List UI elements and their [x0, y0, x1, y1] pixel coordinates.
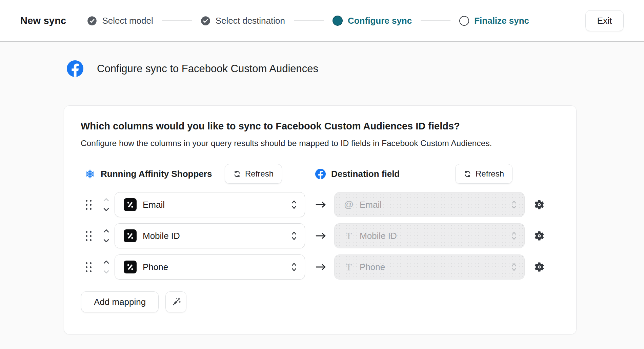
- refresh-icon: [233, 170, 241, 178]
- destination-field-value: Email: [360, 200, 382, 210]
- model-column-icon: [124, 198, 137, 211]
- reorder-arrows: [102, 229, 110, 243]
- top-bar: New sync Select model Select destination…: [0, 0, 644, 42]
- move-down-button[interactable]: [103, 239, 109, 243]
- move-up-button[interactable]: [103, 229, 109, 233]
- facebook-icon: [67, 60, 83, 77]
- source-refresh-button[interactable]: Refresh: [225, 164, 282, 184]
- step-select-model[interactable]: Select model: [87, 16, 153, 26]
- mapping-rows: Email @ Email: [81, 192, 560, 280]
- source-column-select[interactable]: Mobile ID: [115, 223, 305, 248]
- step-label: Select destination: [216, 16, 285, 26]
- mapping-card: Which columns would you like to sync to …: [64, 105, 577, 334]
- move-up-button[interactable]: [103, 260, 109, 264]
- model-column-icon: [124, 261, 137, 273]
- select-chevrons-icon: [291, 200, 297, 210]
- text-type-icon: T: [343, 262, 354, 272]
- move-down-button[interactable]: [103, 207, 109, 212]
- source-column-value: Phone: [143, 262, 168, 272]
- select-chevrons-icon: [511, 231, 517, 241]
- source-column-select[interactable]: Email: [115, 192, 305, 217]
- gear-icon: [534, 230, 545, 242]
- gear-icon: [534, 261, 545, 273]
- step-label: Select model: [102, 16, 153, 26]
- source-column-select[interactable]: Phone: [115, 254, 305, 280]
- select-chevrons-icon: [511, 200, 517, 209]
- step-label: Finalize sync: [474, 16, 529, 26]
- step-select-destination[interactable]: Select destination: [201, 16, 285, 26]
- check-circle-icon: [201, 16, 210, 26]
- select-chevrons-icon: [291, 262, 297, 272]
- destination-field-select: T Mobile ID: [334, 223, 525, 248]
- columns-header: Running Affinity Shoppers Refresh Destin…: [81, 164, 560, 184]
- magic-wand-icon: [171, 297, 181, 307]
- stepper-connector: [421, 20, 450, 21]
- exit-button[interactable]: Exit: [585, 10, 624, 31]
- model-column-icon: [124, 229, 137, 242]
- text-type-icon: T: [343, 231, 354, 241]
- source-model-name: Running Affinity Shoppers: [101, 169, 212, 179]
- auto-map-button[interactable]: [165, 291, 186, 312]
- step-configure-sync[interactable]: Configure sync: [333, 16, 412, 26]
- arrow-right-icon: [315, 263, 327, 271]
- select-chevrons-icon: [511, 262, 517, 272]
- mapping-settings-button[interactable]: [534, 199, 545, 210]
- arrow-right-icon: [315, 232, 327, 240]
- stepper-connector: [294, 20, 324, 21]
- at-icon: @: [343, 200, 354, 209]
- move-up-button: [103, 198, 109, 202]
- step-finalize-sync[interactable]: Finalize sync: [459, 16, 529, 26]
- check-circle-icon: [87, 16, 97, 26]
- facebook-icon: [315, 169, 326, 179]
- source-column-value: Mobile ID: [143, 231, 180, 241]
- select-chevrons-icon: [291, 231, 297, 241]
- empty-step-circle-icon: [459, 16, 469, 26]
- wizard-stepper: Select model Select destination Configur…: [87, 16, 529, 26]
- card-description: Configure how the columns in your query …: [81, 139, 560, 148]
- snowflake-icon: [85, 169, 95, 179]
- drag-handle-icon[interactable]: [85, 200, 92, 210]
- step-label: Configure sync: [348, 16, 412, 26]
- destination-field-label: Destination field: [331, 169, 400, 179]
- source-column-header: Running Affinity Shoppers Refresh: [85, 164, 315, 184]
- reorder-arrows: [102, 198, 110, 212]
- destination-column-header: Destination field Refresh: [315, 164, 400, 184]
- arrow-right-icon: [315, 201, 327, 209]
- mapping-row: Phone T Phone: [81, 254, 560, 280]
- refresh-label: Refresh: [245, 169, 274, 179]
- mapping-row: Mobile ID T Mobile ID: [81, 223, 560, 248]
- reorder-arrows: [102, 260, 110, 274]
- card-question: Which columns would you like to sync to …: [81, 121, 560, 132]
- page-title: New sync: [20, 15, 66, 26]
- destination-field-value: Mobile ID: [360, 231, 397, 241]
- mapping-row: Email @ Email: [81, 192, 560, 217]
- gear-icon: [534, 199, 545, 210]
- move-down-button: [103, 270, 109, 274]
- refresh-label: Refresh: [476, 169, 504, 179]
- stepper-connector: [162, 20, 192, 21]
- mapping-actions: Add mapping: [81, 291, 560, 312]
- drag-handle-icon[interactable]: [85, 231, 92, 241]
- configure-sync-heading: Configure sync to Facebook Custom Audien…: [97, 63, 318, 75]
- mapping-settings-button[interactable]: [534, 230, 545, 242]
- destination-field-value: Phone: [360, 262, 385, 272]
- refresh-icon: [464, 170, 471, 178]
- destination-field-select: T Phone: [334, 254, 525, 280]
- mapping-settings-button[interactable]: [534, 261, 545, 273]
- source-column-value: Email: [143, 200, 165, 210]
- drag-handle-icon[interactable]: [85, 262, 92, 272]
- destination-refresh-button[interactable]: Refresh: [455, 164, 512, 184]
- add-mapping-button[interactable]: Add mapping: [81, 291, 159, 312]
- page-heading: Configure sync to Facebook Custom Audien…: [67, 60, 644, 77]
- destination-field-select: @ Email: [334, 192, 525, 217]
- active-step-dot-icon: [333, 16, 343, 26]
